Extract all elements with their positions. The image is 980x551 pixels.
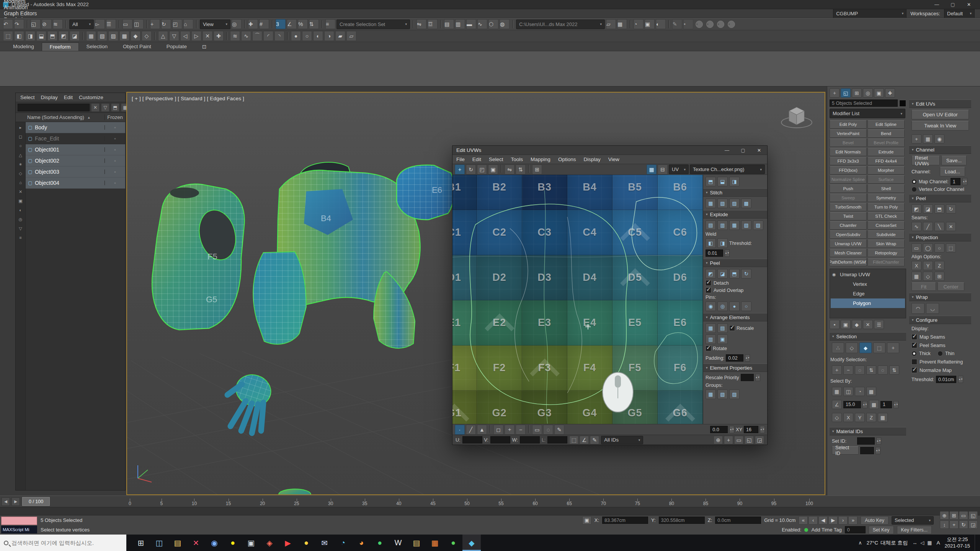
poly-tool-icon[interactable]: ≋ <box>230 31 240 41</box>
taskbar-app-icon[interactable]: ◈ <box>260 535 279 551</box>
subobject-mode-icon[interactable]: ⬚ <box>873 342 885 353</box>
uv-bottom-tool-icon[interactable] <box>490 425 491 433</box>
toolbar-icon[interactable]: ⊘ <box>42 19 52 29</box>
command-panel-tab[interactable]: ▣ <box>874 88 884 98</box>
modifier-button[interactable]: Edit Normals <box>830 148 867 156</box>
timeline-ruler[interactable]: 0510152025303540455055606570758085909510… <box>126 496 815 507</box>
modifier-button[interactable]: FFD 3x3x3 <box>830 157 867 165</box>
explorer-filter-icon[interactable]: ◐ <box>17 206 24 214</box>
uv-zoom-icon[interactable]: ▭ <box>734 436 743 444</box>
material-id-field[interactable]: 1 <box>880 401 892 408</box>
uv-bottom-tool-icon[interactable]: ∙ <box>455 425 465 435</box>
uv-menu-item[interactable]: File <box>452 156 469 162</box>
poly-tool-icon[interactable]: ▧ <box>97 31 107 41</box>
peel-tool-icon[interactable]: ◩ <box>706 269 716 279</box>
command-panel-tab[interactable]: ⊞ <box>852 88 862 98</box>
project-dropdown[interactable]: CGBUMP▾ <box>833 9 906 18</box>
normalize-map-checkbox[interactable] <box>911 367 917 373</box>
toolbar-icon[interactable] <box>244 20 245 28</box>
uv-bottom-tool-icon[interactable]: ▭ <box>532 425 542 435</box>
detach-checkbox[interactable] <box>706 280 711 286</box>
poly-tool-icon[interactable]: ⌒ <box>252 31 262 41</box>
spinner[interactable]: ▲▼ <box>893 401 898 408</box>
toolbar-icon[interactable]: % <box>298 19 308 29</box>
subobject-mode-icon[interactable]: ＋ <box>887 342 899 353</box>
axis-constraint-button[interactable]: Y <box>855 413 865 422</box>
stack-control-icon[interactable]: ▣ <box>841 320 851 329</box>
peel-tool-icon[interactable]: ↻ <box>741 269 751 279</box>
scene-object-row[interactable]: ▢Object002▫ <box>26 155 125 166</box>
poly-tool-icon[interactable] <box>154 32 155 40</box>
axis-constraint-button[interactable]: ▦ <box>878 413 888 422</box>
modifier-button[interactable]: Morpher <box>867 166 905 174</box>
uv-tool-icon[interactable]: ↻ <box>466 165 476 174</box>
view-cube[interactable] <box>779 103 814 137</box>
poly-tool-icon[interactable] <box>226 32 227 40</box>
frozen-toggle[interactable]: ▫ <box>105 170 125 174</box>
poly-tool-icon[interactable]: ▦ <box>86 31 96 41</box>
track-bar[interactable] <box>0 507 980 515</box>
weld-tool-icon[interactable]: ◨ <box>717 238 728 248</box>
toolbar-icon[interactable]: ▭ <box>122 19 132 29</box>
falloff-value-field[interactable]: 0.0 <box>710 426 728 433</box>
toolbar-icon[interactable]: ◫ <box>134 19 144 29</box>
threshold-field[interactable]: 0.01cm <box>936 376 956 383</box>
toolbar-icon[interactable]: ⬡ <box>488 19 498 29</box>
toolbar-icon[interactable]: ↻ <box>161 19 171 29</box>
modifier-button[interactable]: FilletChamfer <box>867 258 905 266</box>
modifier-button[interactable]: VertexPaint <box>830 129 867 138</box>
stitch-tool-icon[interactable]: ▧ <box>717 199 728 208</box>
align-x-button[interactable]: X <box>911 261 921 270</box>
tweak-in-view-button[interactable]: Tweak In View <box>911 121 969 130</box>
toolbar-icon[interactable] <box>65 20 67 28</box>
modifier-button[interactable]: Bend <box>867 129 905 138</box>
modifier-button[interactable]: Unwrap UVW <box>830 240 867 248</box>
explorer-filter-icon[interactable]: ∗ <box>17 160 24 168</box>
uv-zoom-icon[interactable]: + <box>724 436 733 444</box>
modifier-button[interactable]: Push <box>830 184 867 193</box>
taskbar-search-box[interactable] <box>0 535 126 551</box>
toolbar-icon[interactable]: ● <box>728 21 735 28</box>
modifier-button[interactable]: Twist <box>830 212 867 220</box>
uv-zoom-icon[interactable]: ⊕ <box>714 436 723 444</box>
rescale-checkbox[interactable] <box>729 325 735 331</box>
viewport-nav-icon[interactable]: ⊞ <box>949 511 959 520</box>
peel-rollout-header-cp[interactable]: ▾Peel <box>909 194 971 202</box>
macro-recorder-pane[interactable] <box>1 517 37 525</box>
poly-tool-icon[interactable]: ◩ <box>59 31 69 41</box>
modifier-button[interactable]: Turn to Poly <box>867 203 905 211</box>
planar-angle-icon[interactable]: ∠ <box>832 400 842 409</box>
wrap-rollout-header[interactable]: ▾Wrap <box>909 293 971 301</box>
toolbar-icon[interactable]: View▾ <box>200 20 230 29</box>
modifier-button[interactable]: CreaseSet <box>867 221 905 230</box>
modifier-button[interactable]: STL Check <box>867 212 905 220</box>
show-desktop-button[interactable] <box>975 535 978 551</box>
arrange-tool-icon[interactable]: ▤ <box>717 323 728 333</box>
toolbar-icon[interactable] <box>413 20 414 28</box>
arrange-tool-icon[interactable]: ▦ <box>706 323 716 333</box>
padding-field[interactable]: 0.02 <box>726 354 743 362</box>
stitch-tool-icon[interactable]: ▦ <box>706 199 716 208</box>
uv-window-title-bar[interactable]: Edit UVWs — ▢ ✕ <box>452 146 767 155</box>
toolbar-icon[interactable]: ✎ <box>672 19 682 29</box>
uv-display-icon[interactable]: ▦ <box>647 165 657 174</box>
toolbar-icon[interactable]: ⇅ <box>309 19 319 29</box>
poly-tool-icon[interactable]: ◨ <box>25 31 35 41</box>
projection-map-icon[interactable]: ▭ <box>911 243 921 253</box>
spinner[interactable]: ▲▼ <box>962 178 967 185</box>
command-panel-tab[interactable]: ＋ <box>830 88 840 98</box>
modifier-stack-row[interactable]: Edge <box>831 289 905 298</box>
pin-tool-icon[interactable]: ● <box>729 302 740 311</box>
toolbar-icon[interactable]: ∠ <box>287 19 297 29</box>
uv-bottom-tool-icon[interactable]: ▲ <box>477 425 487 435</box>
weld-threshold-field[interactable]: 0.01 <box>706 249 723 257</box>
uv-menu-item[interactable]: Edit <box>469 156 485 162</box>
toolbar-icon[interactable]: ≋ <box>53 19 63 29</box>
command-panel-tab[interactable]: ◱ <box>841 88 851 98</box>
modifier-button[interactable]: Subdivide <box>867 230 905 239</box>
explorer-menu-item[interactable]: Display <box>38 95 61 100</box>
uv-bottom-tool-icon[interactable]: − <box>516 425 526 435</box>
projection-rollout-header[interactable]: ▾Projection <box>909 233 971 241</box>
uv-bottom-tool-icon[interactable] <box>528 425 529 433</box>
poly-tool-icon[interactable]: ∿ <box>241 31 251 41</box>
